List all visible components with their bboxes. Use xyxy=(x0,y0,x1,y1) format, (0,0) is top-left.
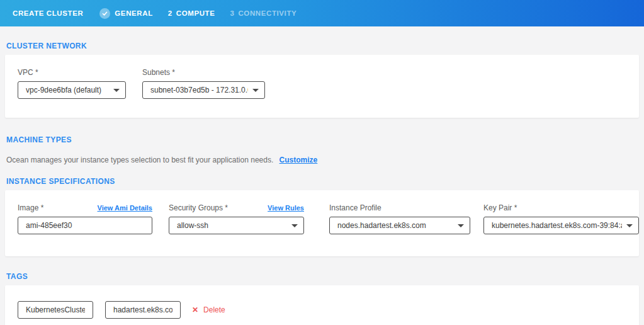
tab-connectivity-number: 3 xyxy=(230,9,234,17)
close-icon: ✕ xyxy=(192,305,198,314)
tab-compute[interactable]: 2 COMPUTE xyxy=(168,9,215,17)
instance-profile-select-value: nodes.hadartest.ek8s.com xyxy=(337,221,426,230)
tags-card: ✕ Delete xyxy=(5,285,639,325)
subnets-field: Subnets * subnet-03b7ed5b - 172.31.0.0/2… xyxy=(142,68,265,99)
view-ami-details-link[interactable]: View Ami Details xyxy=(98,204,152,212)
instance-profile-label: Instance Profile xyxy=(329,203,381,212)
instance-profile-select[interactable]: nodes.hadartest.ek8s.com xyxy=(329,217,470,234)
machine-types-description-text: Ocean manages your instance types select… xyxy=(6,156,273,164)
instance-specifications-card: Image * View Ami Details Security Groups… xyxy=(5,190,639,256)
cluster-network-card: VPC * vpc-9dee6bfa (default) Subnets * s… xyxy=(5,55,639,118)
key-pair-select[interactable]: kubernetes.hadartest.ek8s.com-39:84:a5:9… xyxy=(483,217,639,234)
image-input[interactable] xyxy=(18,217,152,234)
security-groups-select-value: allow-ssh xyxy=(177,221,208,230)
tab-compute-number: 2 xyxy=(168,9,172,17)
chevron-down-icon xyxy=(291,224,298,227)
tab-compute-label: COMPUTE xyxy=(176,9,215,17)
subnets-label: Subnets * xyxy=(142,68,175,77)
chevron-down-icon xyxy=(458,224,464,227)
customize-link[interactable]: Customize xyxy=(280,156,318,164)
key-pair-select-value: kubernetes.hadartest.ek8s.com-39:84:a5:9… xyxy=(492,221,622,230)
tag-key-input[interactable] xyxy=(18,301,93,319)
vpc-label: VPC * xyxy=(18,68,38,77)
section-title-tags: TAGS xyxy=(6,272,644,281)
subnets-select-value: subnet-03b7ed5b - 172.31.0.0/20 ... xyxy=(150,86,248,94)
tab-general-label: GENERAL xyxy=(115,9,152,17)
chevron-down-icon xyxy=(113,89,120,92)
vpc-field: VPC * vpc-9dee6bfa (default) xyxy=(18,68,126,99)
vpc-select-value: vpc-9dee6bfa (default) xyxy=(26,86,101,94)
chevron-down-icon xyxy=(626,224,633,227)
tab-connectivity[interactable]: 3 CONNECTIVITY xyxy=(230,9,297,17)
tab-connectivity-label: CONNECTIVITY xyxy=(238,9,297,17)
key-pair-field: Key Pair * kubernetes.hadartest.ek8s.com… xyxy=(483,203,639,234)
security-groups-label: Security Groups * xyxy=(169,203,228,212)
instance-profile-field: Instance Profile nodes.hadartest.ek8s.co… xyxy=(329,203,470,234)
tag-value-input[interactable] xyxy=(105,301,181,319)
section-title-machine-types: MACHINE TYPES xyxy=(6,135,644,144)
subnets-select[interactable]: subnet-03b7ed5b - 172.31.0.0/20 ... xyxy=(142,81,265,99)
security-groups-field: Security Groups * View Rules allow-ssh xyxy=(169,203,304,234)
view-rules-link[interactable]: View Rules xyxy=(268,204,304,212)
wizard-header: CREATE CLUSTER GENERAL 2 COMPUTE 3 CONNE… xyxy=(0,0,644,26)
tab-general[interactable]: GENERAL xyxy=(99,8,152,19)
section-title-cluster-network: CLUSTER NETWORK xyxy=(6,42,644,50)
key-pair-label: Key Pair * xyxy=(483,203,517,212)
delete-tag-label: Delete xyxy=(203,305,225,314)
machine-types-description: Ocean manages your instance types select… xyxy=(6,156,644,164)
section-title-instance-specifications: INSTANCE SPECIFICATIONS xyxy=(6,177,644,186)
wizard-title: CREATE CLUSTER xyxy=(13,9,83,17)
delete-tag-button[interactable]: ✕ Delete xyxy=(192,305,225,314)
image-field: Image * View Ami Details xyxy=(18,203,152,234)
image-label: Image * xyxy=(18,203,43,212)
tag-row: ✕ Delete xyxy=(18,301,639,319)
chevron-down-icon xyxy=(252,89,259,92)
vpc-select[interactable]: vpc-9dee6bfa (default) xyxy=(18,81,126,99)
security-groups-select[interactable]: allow-ssh xyxy=(169,217,304,234)
check-icon xyxy=(99,8,110,19)
